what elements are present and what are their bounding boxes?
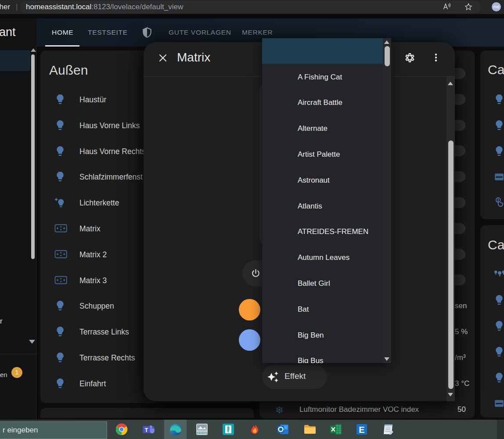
svg-text:E: E bbox=[359, 425, 364, 435]
svg-text:SIEMENS: SIEMENS bbox=[197, 432, 208, 434]
svg-text:T: T bbox=[145, 427, 148, 433]
